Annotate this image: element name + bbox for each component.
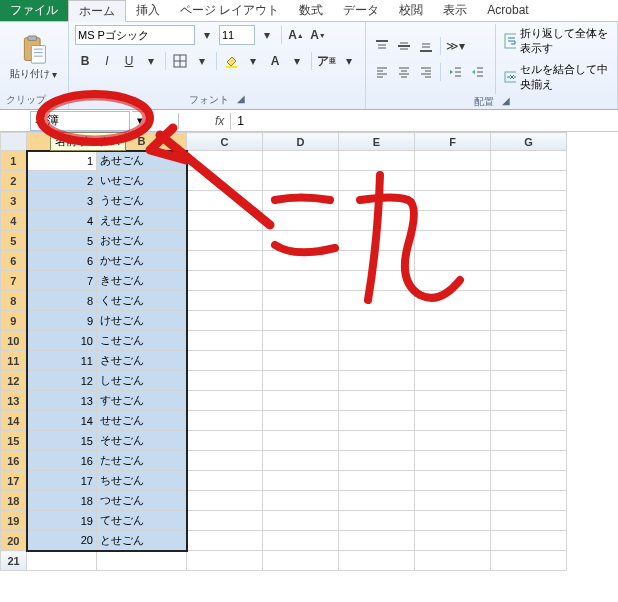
row-header-2[interactable]: 2 bbox=[1, 171, 27, 191]
cell[interactable] bbox=[339, 271, 415, 291]
cell[interactable]: 13 bbox=[27, 391, 97, 411]
cell[interactable] bbox=[415, 291, 491, 311]
cell[interactable]: 9 bbox=[27, 311, 97, 331]
cell[interactable] bbox=[491, 411, 567, 431]
file-tab[interactable]: ファイル bbox=[0, 0, 68, 21]
cell[interactable] bbox=[339, 471, 415, 491]
col-header-D[interactable]: D bbox=[263, 133, 339, 151]
phonetic-button[interactable]: ア亜 bbox=[316, 51, 337, 71]
cell[interactable]: たせごん bbox=[97, 451, 187, 471]
cell[interactable] bbox=[263, 311, 339, 331]
cell[interactable] bbox=[187, 491, 263, 511]
merge-center-button[interactable]: セルを結合して中央揃え bbox=[502, 60, 611, 94]
cell[interactable] bbox=[187, 391, 263, 411]
cell[interactable] bbox=[263, 231, 339, 251]
expand-icon[interactable]: ◢ bbox=[237, 93, 245, 107]
cell[interactable] bbox=[263, 411, 339, 431]
name-box[interactable] bbox=[30, 111, 130, 131]
cell[interactable]: うせごん bbox=[97, 191, 187, 211]
cell[interactable] bbox=[339, 551, 415, 571]
cell[interactable] bbox=[263, 331, 339, 351]
cell[interactable]: 16 bbox=[27, 451, 97, 471]
cell[interactable] bbox=[263, 431, 339, 451]
tab-5[interactable]: 校閲 bbox=[389, 0, 433, 21]
col-header-C[interactable]: C bbox=[187, 133, 263, 151]
cell[interactable] bbox=[263, 171, 339, 191]
cell[interactable]: せせごん bbox=[97, 411, 187, 431]
chevron-down-icon[interactable]: ▾ bbox=[257, 25, 277, 45]
tab-3[interactable]: 数式 bbox=[289, 0, 333, 21]
row-header-11[interactable]: 11 bbox=[1, 351, 27, 371]
cell[interactable]: 3 bbox=[27, 191, 97, 211]
cell[interactable] bbox=[491, 431, 567, 451]
cell[interactable] bbox=[187, 531, 263, 551]
cell[interactable] bbox=[415, 251, 491, 271]
cell[interactable] bbox=[187, 171, 263, 191]
cell[interactable] bbox=[187, 191, 263, 211]
cell[interactable] bbox=[415, 471, 491, 491]
border-button[interactable] bbox=[170, 51, 190, 71]
cell[interactable]: 17 bbox=[27, 471, 97, 491]
cell[interactable] bbox=[491, 531, 567, 551]
cell[interactable] bbox=[415, 271, 491, 291]
row-header-17[interactable]: 17 bbox=[1, 471, 27, 491]
cell[interactable] bbox=[263, 451, 339, 471]
cell[interactable]: とせごん bbox=[97, 531, 187, 551]
row-header-5[interactable]: 5 bbox=[1, 231, 27, 251]
cell[interactable] bbox=[339, 291, 415, 311]
cell[interactable] bbox=[187, 451, 263, 471]
expand-icon[interactable]: ◢ bbox=[502, 95, 510, 109]
cell[interactable] bbox=[415, 431, 491, 451]
cell[interactable] bbox=[415, 451, 491, 471]
tab-7[interactable]: Acrobat bbox=[477, 0, 538, 21]
cell[interactable]: あせごん bbox=[97, 151, 187, 171]
cell[interactable] bbox=[415, 511, 491, 531]
cell[interactable]: 8 bbox=[27, 291, 97, 311]
align-right-icon[interactable] bbox=[416, 62, 436, 82]
wrap-text-button[interactable]: 折り返して全体を表示す bbox=[502, 24, 611, 58]
cell[interactable] bbox=[415, 171, 491, 191]
cell[interactable] bbox=[339, 351, 415, 371]
cell[interactable] bbox=[187, 231, 263, 251]
cell[interactable] bbox=[339, 151, 415, 171]
cell[interactable]: そせごん bbox=[97, 431, 187, 451]
row-header-21[interactable]: 21 bbox=[1, 551, 27, 571]
cell[interactable] bbox=[263, 211, 339, 231]
cell[interactable]: いせごん bbox=[97, 171, 187, 191]
chevron-down-icon[interactable]: ▾ bbox=[197, 25, 217, 45]
bold-button[interactable]: B bbox=[75, 51, 95, 71]
decrease-indent-icon[interactable] bbox=[445, 62, 465, 82]
cell[interactable] bbox=[415, 331, 491, 351]
cell[interactable] bbox=[187, 331, 263, 351]
select-all-corner[interactable] bbox=[1, 133, 27, 151]
chevron-down-icon[interactable]: ▾ bbox=[243, 51, 263, 71]
cell[interactable] bbox=[339, 431, 415, 451]
cell[interactable] bbox=[263, 371, 339, 391]
decrease-font-icon[interactable]: A▼ bbox=[308, 25, 328, 45]
cell[interactable] bbox=[339, 311, 415, 331]
orientation-icon[interactable]: ≫▾ bbox=[445, 36, 466, 56]
cell[interactable] bbox=[415, 531, 491, 551]
font-size-combo[interactable] bbox=[219, 25, 255, 45]
cell[interactable]: 11 bbox=[27, 351, 97, 371]
cell[interactable] bbox=[339, 231, 415, 251]
cell[interactable] bbox=[491, 371, 567, 391]
cell[interactable]: 18 bbox=[27, 491, 97, 511]
cell[interactable] bbox=[263, 351, 339, 371]
cell[interactable] bbox=[263, 191, 339, 211]
cell[interactable] bbox=[339, 411, 415, 431]
row-header-9[interactable]: 9 bbox=[1, 311, 27, 331]
cell[interactable] bbox=[491, 211, 567, 231]
tab-0[interactable]: ホーム bbox=[68, 0, 126, 22]
align-left-icon[interactable] bbox=[372, 62, 392, 82]
cell[interactable] bbox=[339, 391, 415, 411]
col-header-G[interactable]: G bbox=[491, 133, 567, 151]
cell[interactable] bbox=[339, 511, 415, 531]
cell[interactable] bbox=[491, 511, 567, 531]
col-header-E[interactable]: E bbox=[339, 133, 415, 151]
tab-4[interactable]: データ bbox=[333, 0, 389, 21]
cell[interactable] bbox=[415, 391, 491, 411]
row-header-16[interactable]: 16 bbox=[1, 451, 27, 471]
cell[interactable] bbox=[491, 451, 567, 471]
chevron-down-icon[interactable]: ▾ bbox=[141, 51, 161, 71]
